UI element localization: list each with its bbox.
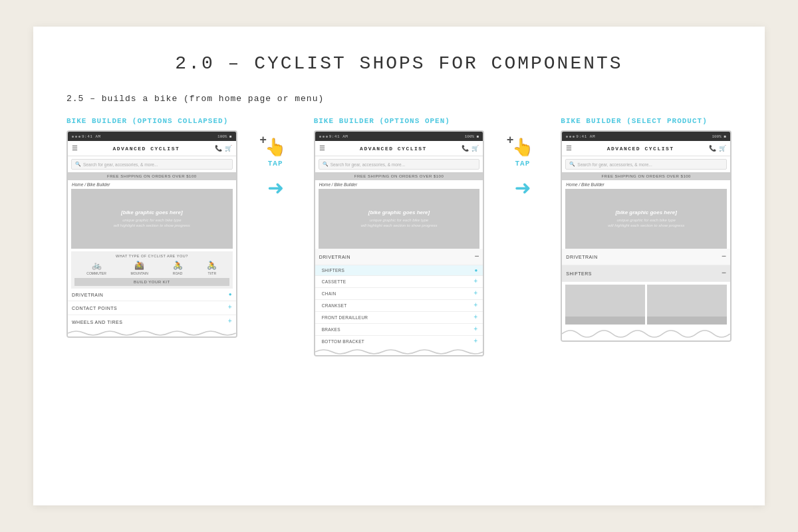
cart-icon[interactable]: 🛒: [225, 145, 232, 152]
accordion-drivetrain-2[interactable]: DRIVETRAIN −: [315, 249, 483, 265]
arrow-right-1: ➜: [267, 173, 283, 205]
header-icons-1: 📞 🛒: [215, 145, 232, 152]
phone-icon-2[interactable]: 📞: [462, 145, 469, 152]
bike-graphic-2: [bike graphic goes here] unique graphic …: [319, 189, 480, 249]
bottom-wave-1: [68, 329, 236, 336]
accordion-shifters-3[interactable]: SHIFTERS −: [562, 265, 730, 282]
product-cards-row: [562, 282, 730, 327]
hamburger-icon[interactable]: ☰: [72, 144, 78, 152]
tritr-icon: 🚴: [207, 261, 217, 271]
wireframe-label-collapsed: BIKE BUILDER (OPTIONS COLLAPSED): [66, 117, 237, 125]
bottom-wave-2: [315, 347, 483, 355]
section-title: 2.5 – BUILDS A BIKE (from home page or m…: [66, 94, 732, 104]
connector-1: 👆 + TAP ➜: [257, 117, 294, 205]
main-card: 2.0 – cyclist shops for components 2.5 –…: [33, 27, 765, 505]
search-placeholder-1: Search for gear, accessories, & more...: [83, 162, 158, 167]
page-title: 2.0 – cyclist shops for components: [66, 53, 732, 74]
accordion-contact-1[interactable]: CONTACT POINTS +: [68, 301, 236, 315]
sub-chain[interactable]: CHAIN +: [315, 288, 483, 300]
search-icon-1: 🔍: [75, 162, 81, 167]
product-card-1[interactable]: [565, 285, 645, 325]
bike-graphic-3: [bike graphic goes here] unique graphic …: [565, 189, 727, 249]
phone-open: 9:41 AM 100% ■ ☰ ADVANCED CYCLIST 📞 🛒 🔍: [314, 130, 485, 356]
sub-brakes[interactable]: BRAKES +: [315, 324, 483, 336]
sub-front-derailleur[interactable]: FRONT DERAILLEUR +: [315, 312, 483, 324]
shipping-banner-3: FREE SHIPPING ON ORDERS OVER $100: [562, 172, 730, 180]
cyclist-road[interactable]: 🚴 ROAD: [173, 261, 183, 275]
wireframe-label-select: BIKE BUILDER (SELECT PRODUCT): [561, 117, 732, 125]
brand-name-2: ADVANCED CYCLIST: [360, 146, 427, 152]
cursor-hand-1: 👆: [265, 138, 286, 158]
search-bar-3[interactable]: 🔍 Search for gear, accessories, & more..…: [565, 159, 727, 170]
cyclist-type-section: WHAT TYPE OF CYCLIST ARE YOU? 🚲 COMMUTER…: [71, 251, 233, 289]
wireframe-label-open: BIKE BUILDER (OPTIONS OPEN): [314, 117, 485, 125]
phone-header-1: ☰ ADVANCED CYCLIST 📞 🛒: [68, 141, 236, 156]
wireframe-collapsed: BIKE BUILDER (OPTIONS COLLAPSED) 9:41 AM…: [66, 117, 237, 338]
shipping-banner-2: FREE SHIPPING ON ORDERS OVER $100: [315, 172, 483, 180]
brand-name-1: ADVANCED CYCLIST: [112, 146, 180, 152]
sub-cassette[interactable]: CASSETTE +: [315, 276, 483, 288]
cart-icon-2[interactable]: 🛒: [471, 145, 479, 152]
accordion-drivetrain-1[interactable]: DRIVETRAIN ●: [68, 289, 236, 301]
status-bar-2: 9:41 AM 100% ■: [315, 132, 483, 141]
bike-graphic-1: [bike graphic goes here] unique graphic …: [71, 189, 233, 249]
build-kit-button[interactable]: BUILD YOUR KIT: [74, 278, 229, 286]
wireframe-open: BIKE BUILDER (OPTIONS OPEN) 9:41 AM 100%…: [314, 117, 485, 356]
breadcrumb-2: Home / Bike Builder: [315, 180, 483, 189]
cyclist-mountain[interactable]: 🚵 MOUNTAIN: [131, 261, 148, 275]
hamburger-icon-2[interactable]: ☰: [319, 144, 325, 152]
commuter-icon: 🚲: [92, 261, 102, 271]
product-card-2[interactable]: [647, 285, 727, 325]
status-bar-1: 9:41 AM 100% ■: [68, 132, 236, 141]
phone-icon-3[interactable]: 📞: [709, 145, 716, 152]
search-icon-2: 🔍: [323, 162, 329, 167]
phone-icon[interactable]: 📞: [215, 145, 222, 152]
tap-cursor-1: 👆 +: [265, 137, 286, 158]
accordion-drivetrain-3[interactable]: DRIVETRAIN −: [562, 249, 730, 265]
phone-select: 9:41 AM 100% ■ ☰ ADVANCED CYCLIST 📞 🛒 🔍: [561, 130, 732, 342]
shipping-banner-1: FREE SHIPPING ON ORDERS OVER $100: [68, 172, 236, 180]
breadcrumb-1: Home / Bike Builder: [68, 180, 236, 189]
plus-icon-1: +: [259, 134, 267, 147]
search-placeholder-3: Search for gear, accessories, & more...: [577, 162, 652, 167]
bottom-wave-3: [562, 327, 730, 340]
tap-label-2: TAP: [515, 160, 530, 168]
sub-crankset[interactable]: CRANKSET +: [315, 300, 483, 312]
phone-collapsed: 9:41 AM 100% ■ ☰ ADVANCED CYCLIST 📞 🛒 🔍: [66, 130, 237, 338]
wireframes-row: BIKE BUILDER (OPTIONS COLLAPSED) 9:41 AM…: [66, 117, 732, 356]
connector-2: 👆 + TAP ➜: [504, 117, 541, 205]
header-icons-3: 📞 🛒: [709, 145, 726, 152]
plus-icon-2: +: [507, 134, 514, 147]
sub-bottom-bracket[interactable]: BOTTOM BRACKET +: [315, 336, 483, 347]
search-bar-1[interactable]: 🔍 Search for gear, accessories, & more..…: [71, 159, 233, 170]
brand-name-3: ADVANCED CYCLIST: [607, 146, 674, 152]
header-icons-2: 📞 🛒: [462, 145, 479, 152]
road-icon: 🚴: [173, 261, 183, 271]
cyclist-icons-row: 🚲 COMMUTER 🚵 MOUNTAIN 🚴 ROAD 🚴: [74, 261, 229, 275]
cyclist-commuter[interactable]: 🚲 COMMUTER: [86, 261, 106, 275]
status-bar-3: 9:41 AM 100% ■: [562, 132, 730, 141]
breadcrumb-3: Home / Bike Builder: [562, 180, 730, 189]
hamburger-icon-3[interactable]: ☰: [566, 144, 572, 152]
accordion-wheels-1[interactable]: WHEELS AND TIRES +: [68, 315, 236, 329]
phone-header-3: ☰ ADVANCED CYCLIST 📞 🛒: [562, 141, 730, 156]
mountain-icon: 🚵: [134, 261, 144, 271]
wireframe-select: BIKE BUILDER (SELECT PRODUCT) 9:41 AM 10…: [561, 117, 732, 342]
cart-icon-3[interactable]: 🛒: [719, 145, 726, 152]
phone-header-2: ☰ ADVANCED CYCLIST 📞 🛒: [315, 141, 483, 156]
cyclist-tritr[interactable]: 🚴 TI/TR: [207, 261, 217, 275]
search-placeholder-2: Search for gear, accessories, & more...: [331, 162, 405, 167]
product-card-2-label: [647, 317, 727, 325]
search-bar-2[interactable]: 🔍 Search for gear, accessories, & more..…: [319, 159, 480, 170]
search-icon-3: 🔍: [569, 162, 575, 167]
tap-cursor-2: 👆 +: [512, 137, 533, 158]
sub-shifters[interactable]: SHIFTERS ●: [315, 265, 483, 276]
cursor-hand-2: 👆: [512, 138, 533, 158]
tap-label-1: TAP: [268, 160, 283, 168]
arrow-right-2: ➜: [515, 173, 531, 205]
product-card-1-label: [565, 317, 645, 325]
